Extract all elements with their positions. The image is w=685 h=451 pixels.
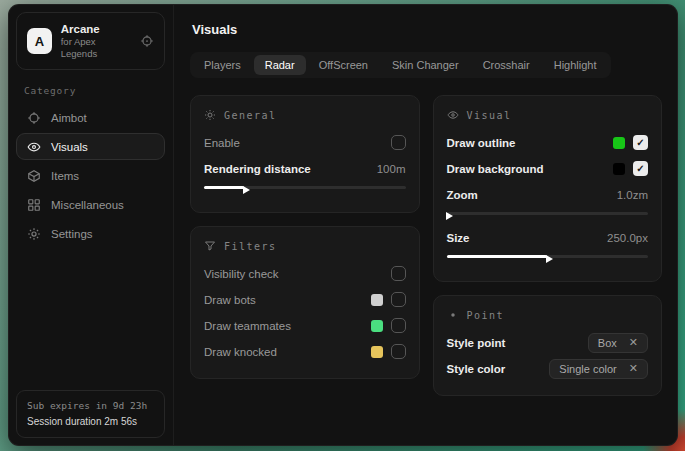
visual-row-draw-outline: Draw outline ✓ — [447, 131, 649, 154]
filter-row-draw-teammates: Draw teammates — [204, 314, 406, 337]
selected-value: Box — [598, 337, 617, 349]
sidebar-item-miscellaneous[interactable]: Miscellaneous — [16, 191, 165, 218]
tab-radar[interactable]: Radar — [254, 55, 306, 75]
zoom-value: 1.0zm — [617, 189, 648, 201]
target-icon[interactable] — [140, 34, 154, 48]
draw-background-checkbox[interactable]: ✓ — [633, 161, 648, 176]
panel-title: Visual — [467, 110, 512, 121]
tab-skin-changer[interactable]: Skin Changer — [381, 55, 470, 75]
filter-row-draw-knocked: Draw knocked — [204, 340, 406, 363]
sidebar-item-label: Aimbot — [51, 112, 87, 124]
close-icon[interactable]: ✕ — [629, 363, 638, 374]
draw-bots-color-swatch[interactable] — [371, 294, 383, 306]
visual-panel: Visual Draw outline ✓ Draw background — [433, 95, 663, 282]
crosshair-icon — [27, 111, 41, 125]
draw-knocked-checkbox[interactable] — [391, 344, 406, 359]
sidebar-item-aimbot[interactable]: Aimbot — [16, 104, 165, 131]
filters-panel: Filters Visibility check Draw bots — [190, 226, 420, 379]
sidebar-item-label: Miscellaneous — [51, 199, 124, 211]
panel-title: Point — [467, 310, 505, 321]
style-point-select[interactable]: Box ✕ — [588, 333, 648, 353]
size-slider[interactable] — [447, 252, 649, 261]
draw-outline-checkbox[interactable]: ✓ — [633, 135, 648, 150]
eye-icon — [27, 140, 41, 154]
app-name: Arcane — [61, 22, 131, 36]
point-panel: Point Style point Box ✕ Style color — [433, 295, 663, 396]
app-logo: A — [27, 28, 52, 54]
eye-icon — [447, 109, 459, 121]
sidebar-item-label: Settings — [51, 228, 93, 240]
slider-thumb[interactable] — [546, 255, 553, 263]
category-label: Category — [24, 85, 157, 96]
funnel-icon — [204, 240, 216, 252]
tab-highlight[interactable]: Highlight — [543, 55, 608, 75]
page-title: Visuals — [192, 22, 660, 37]
draw-teammates-color-swatch[interactable] — [371, 320, 383, 332]
package-icon — [27, 169, 41, 183]
panel-title: General — [224, 110, 277, 121]
draw-background-color-swatch[interactable] — [613, 163, 625, 175]
session-duration: Session duration 2m 56s — [27, 414, 154, 430]
enable-checkbox[interactable] — [391, 135, 406, 150]
visual-row-size: Size 250.0px — [447, 226, 649, 249]
point-row-style-point: Style point Box ✕ — [447, 331, 649, 354]
app-header-card: A Arcane for Apex Legends — [16, 12, 165, 70]
check-icon: ✓ — [636, 163, 644, 174]
panel-title: Filters — [224, 241, 277, 252]
tab-bar: Players Radar OffScreen Skin Changer Cro… — [190, 52, 611, 78]
sidebar-item-items[interactable]: Items — [16, 162, 165, 189]
main-content: Visuals Players Radar OffScreen Skin Cha… — [174, 4, 678, 446]
rendering-distance-value: 100m — [377, 163, 406, 175]
visual-row-draw-background: Draw background ✓ — [447, 157, 649, 180]
app-subtitle: for Apex Legends — [61, 36, 131, 60]
check-icon: ✓ — [636, 137, 644, 148]
filter-row-draw-bots: Draw bots — [204, 288, 406, 311]
sun-icon — [204, 109, 216, 121]
slider-thumb[interactable] — [446, 212, 453, 220]
grid-icon — [27, 198, 41, 212]
desktop-background: A Arcane for Apex Legends Category Aimbo… — [0, 0, 685, 451]
sidebar: A Arcane for Apex Legends Category Aimbo… — [8, 4, 174, 446]
visibility-check-checkbox[interactable] — [391, 266, 406, 281]
tab-players[interactable]: Players — [193, 55, 252, 75]
tab-offscreen[interactable]: OffScreen — [308, 55, 379, 75]
point-row-style-color: Style color Single color ✕ — [447, 357, 649, 380]
sidebar-item-settings[interactable]: Settings — [16, 220, 165, 247]
gear-icon — [27, 227, 41, 241]
visual-row-zoom: Zoom 1.0zm — [447, 183, 649, 206]
rendering-distance-label: Rendering distance — [204, 163, 311, 175]
draw-knocked-color-swatch[interactable] — [371, 346, 383, 358]
general-panel: General Enable Rendering distance 100m — [190, 95, 420, 213]
selected-value: Single color — [559, 363, 616, 375]
size-value: 250.0px — [607, 232, 648, 244]
zoom-slider[interactable] — [447, 209, 649, 218]
sidebar-item-visuals[interactable]: Visuals — [16, 133, 165, 160]
draw-outline-color-swatch[interactable] — [613, 137, 625, 149]
sidebar-item-label: Items — [51, 170, 79, 182]
app-window: A Arcane for Apex Legends Category Aimbo… — [8, 4, 678, 446]
style-color-select[interactable]: Single color ✕ — [549, 359, 648, 379]
tab-crosshair[interactable]: Crosshair — [472, 55, 541, 75]
session-info-card: Sub expires in 9d 23h Session duration 2… — [16, 390, 165, 438]
draw-bots-checkbox[interactable] — [391, 292, 406, 307]
sidebar-item-label: Visuals — [51, 141, 88, 153]
subscription-expiry: Sub expires in 9d 23h — [27, 399, 154, 414]
slider-thumb[interactable] — [243, 186, 250, 194]
rendering-distance-slider[interactable] — [204, 183, 406, 192]
close-icon[interactable]: ✕ — [629, 337, 638, 348]
enable-label: Enable — [204, 137, 240, 149]
draw-teammates-checkbox[interactable] — [391, 318, 406, 333]
filter-row-visibility-check: Visibility check — [204, 262, 406, 285]
dot-icon — [447, 309, 459, 321]
